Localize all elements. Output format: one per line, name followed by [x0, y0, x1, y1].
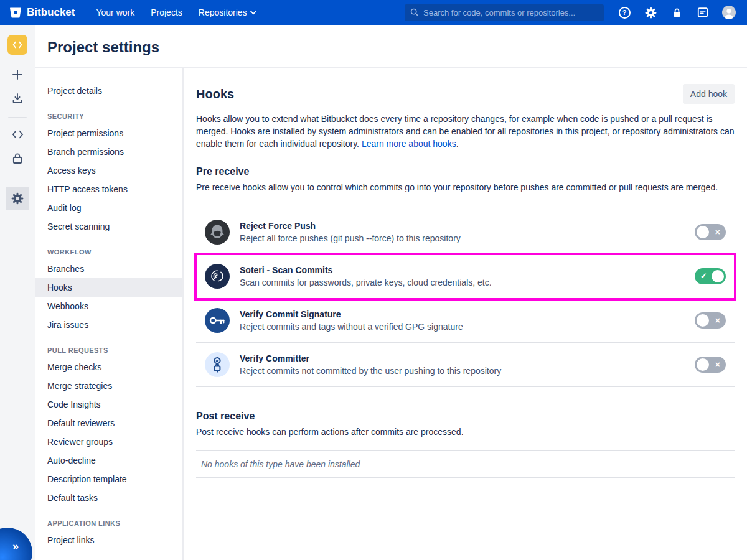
- learn-more-link[interactable]: Learn more about hooks: [362, 139, 456, 149]
- expand-navigation-button[interactable]: »: [0, 525, 35, 560]
- project-avatar[interactable]: [7, 35, 27, 55]
- nav-item-repositories-label: Repositories: [199, 7, 247, 17]
- hook-name: Soteri - Scan Commits: [240, 265, 492, 275]
- profile-button[interactable]: [722, 6, 736, 19]
- sidebar-item-branches[interactable]: Branches: [35, 259, 182, 278]
- page-title: Project settings: [47, 39, 735, 56]
- plus-icon: [12, 69, 23, 80]
- hook-row-verify-commit-signature: Verify Commit Signature Reject commits a…: [196, 299, 735, 343]
- topnav-links: Your work Projects Repositories: [96, 7, 256, 17]
- toggle-off-symbol: ×: [715, 316, 720, 325]
- toggle-off-symbol: ×: [715, 228, 720, 236]
- nav-item-your-work[interactable]: Your work: [96, 7, 134, 17]
- lock-icon: [671, 7, 683, 19]
- post-receive-description: Post receive hooks can perform actions a…: [196, 426, 735, 438]
- sidebar-item-code-insights[interactable]: Code Insights: [35, 395, 182, 414]
- sidebar-item-project-permissions[interactable]: Project permissions: [35, 124, 182, 142]
- sidebar-item-project-details[interactable]: Project details: [35, 82, 182, 100]
- hook-name: Verify Commit Signature: [240, 309, 463, 319]
- sidebar-item-reviewer-groups[interactable]: Reviewer groups: [35, 432, 182, 451]
- toggle-off-symbol: ×: [715, 360, 720, 369]
- sidebar-item-merge-checks[interactable]: Merge checks: [35, 358, 182, 376]
- sidebar-section-workflow: WORKFLOW: [47, 248, 170, 256]
- sidebar-item-project-links[interactable]: Project links: [35, 531, 182, 549]
- toggle-knob: [712, 270, 724, 282]
- feedback-button[interactable]: [696, 6, 710, 19]
- bitbucket-bucket-icon: [9, 6, 22, 19]
- hooks-settings-panel: Hooks Add hook Hooks allow you to extend…: [184, 68, 747, 560]
- toggle-on-symbol: ✓: [700, 272, 707, 280]
- sidebar-item-description-template[interactable]: Description template: [35, 470, 182, 488]
- sidebar-item-merge-strategies[interactable]: Merge strategies: [35, 376, 182, 395]
- download-icon: [12, 93, 23, 104]
- global-search[interactable]: [405, 4, 604, 21]
- hooks-intro: Hooks allow you to extend what Bitbucket…: [196, 113, 735, 150]
- hook-toggle-off[interactable]: ×: [695, 357, 726, 373]
- pre-receive-description: Pre receive hooks allow you to control w…: [196, 181, 735, 194]
- sidebar-item-default-tasks[interactable]: Default tasks: [35, 488, 182, 507]
- hook-toggle-on[interactable]: ✓: [695, 268, 726, 284]
- gear-icon: [644, 6, 657, 19]
- expand-chevrons-icon: »: [12, 541, 19, 552]
- hook-description: Reject all force pushes (git push --forc…: [240, 233, 461, 243]
- sidebar-item-jira-issues[interactable]: Jira issues: [35, 315, 182, 334]
- hook-row-reject-force-push: Reject Force Push Reject all force pushe…: [196, 210, 735, 254]
- sidebar-item-branch-permissions[interactable]: Branch permissions: [35, 142, 182, 161]
- sidebar-item-webhooks[interactable]: Webhooks: [35, 297, 182, 315]
- import-button[interactable]: [9, 90, 26, 107]
- create-button[interactable]: [9, 66, 26, 83]
- sidebar-section-application-links: APPLICATION LINKS: [47, 520, 170, 527]
- app-rail: »: [0, 25, 35, 560]
- sidebar-item-hooks[interactable]: Hooks: [35, 278, 182, 297]
- add-hook-button[interactable]: Add hook: [683, 84, 735, 104]
- help-button[interactable]: ?: [618, 6, 631, 19]
- page: Project settings Project details SECURIT…: [35, 25, 747, 560]
- sidebar-item-audit-log[interactable]: Audit log: [35, 198, 182, 217]
- sidebar-section-pull-requests: PULL REQUESTS: [47, 347, 170, 354]
- hook-toggle-off[interactable]: ×: [695, 224, 726, 240]
- code-search-button[interactable]: [9, 126, 26, 143]
- search-icon: [410, 8, 419, 17]
- hook-description: Reject commits not committed by the user…: [240, 366, 501, 376]
- hook-row-verify-committer: Verify Committer Reject commits not comm…: [196, 343, 735, 387]
- sidebar-item-auto-decline[interactable]: Auto-decline: [35, 451, 182, 470]
- avatar: [722, 5, 736, 20]
- soteri-swirl-icon: [205, 264, 230, 289]
- gear-icon: [11, 192, 24, 205]
- key-icon: [205, 308, 230, 333]
- bitbucket-logo[interactable]: Bitbucket: [9, 6, 75, 19]
- hooks-intro-text: Hooks allow you to extend what Bitbucket…: [196, 114, 735, 149]
- lock-icon: [12, 152, 23, 164]
- code-brackets-icon: [12, 40, 22, 49]
- hook-description: Scan commits for passwords, private keys…: [240, 278, 492, 287]
- post-receive-empty-state: No hooks of this type have been installe…: [196, 450, 735, 478]
- security-rail-button[interactable]: [9, 149, 26, 167]
- top-navigation: Bitbucket Your work Projects Repositorie…: [0, 0, 747, 25]
- code-icon: [12, 129, 24, 139]
- rail-divider: [8, 117, 27, 118]
- admin-settings-button[interactable]: [644, 6, 657, 19]
- topnav-icons: ?: [618, 6, 736, 19]
- hooks-heading: Hooks: [196, 87, 234, 101]
- security-button[interactable]: [670, 6, 684, 19]
- settings-rail-button-selected[interactable]: [6, 187, 29, 210]
- nav-item-projects[interactable]: Projects: [151, 7, 182, 17]
- page-header: Project settings: [35, 25, 747, 68]
- hook-name: Reject Force Push: [240, 221, 461, 231]
- search-input[interactable]: [423, 8, 598, 17]
- hook-toggle-off[interactable]: ×: [695, 312, 726, 329]
- hooks-intro-suffix: .: [456, 139, 459, 149]
- toggle-knob: [697, 314, 709, 327]
- toggle-knob: [697, 358, 709, 371]
- sidebar-item-http-access-tokens[interactable]: HTTP access tokens: [35, 180, 182, 198]
- sidebar-item-default-reviewers[interactable]: Default reviewers: [35, 414, 182, 432]
- nav-item-repositories[interactable]: Repositories: [199, 7, 256, 17]
- feedback-icon: [697, 6, 709, 19]
- settings-sidebar: Project details SECURITY Project permiss…: [35, 68, 184, 560]
- committer-check-lock-icon: [205, 352, 230, 377]
- sidebar-item-access-keys[interactable]: Access keys: [35, 161, 182, 180]
- pre-receive-heading: Pre receive: [196, 166, 735, 177]
- sidebar-section-security: SECURITY: [47, 113, 170, 120]
- hook-row-soteri-scan-commits: Soteri - Scan Commits Scan commits for p…: [196, 254, 735, 299]
- sidebar-item-secret-scanning[interactable]: Secret scanning: [35, 217, 182, 236]
